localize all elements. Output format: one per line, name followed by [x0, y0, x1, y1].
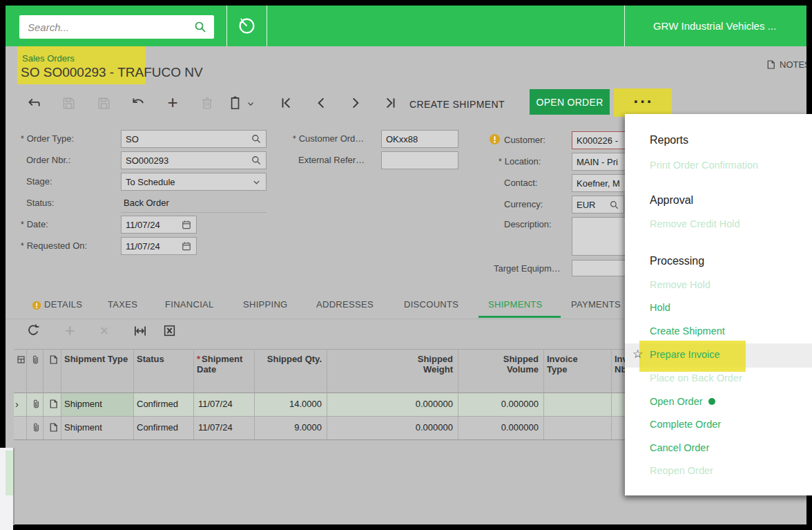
search-icon[interactable] — [193, 20, 207, 34]
cell-status[interactable]: Confirmed — [137, 392, 178, 416]
global-search[interactable] — [19, 15, 214, 39]
calendar-icon[interactable] — [181, 219, 192, 230]
col-header-shipment-type[interactable]: Shipment Type — [64, 354, 132, 364]
more-actions-button[interactable]: ... — [622, 87, 665, 115]
grid-fit-width-button[interactable] — [133, 323, 148, 339]
notes-button[interactable]: NOTES — [765, 57, 806, 71]
notes-label: NOTES — [780, 59, 806, 70]
menu-item-remove-credit-hold[interactable]: Remove Credit Hold — [650, 216, 740, 231]
delete-record-button[interactable] — [200, 95, 215, 111]
tenant-name[interactable]: GRW Industrial Vehicles ... — [624, 6, 805, 46]
col-header-invoice-type[interactable]: Invoice Type — [547, 354, 588, 375]
row-note-icon[interactable] — [48, 422, 59, 433]
menu-item-hold[interactable]: Hold — [650, 300, 670, 315]
cell-status[interactable]: Confirmed — [137, 416, 178, 439]
lookup-icon[interactable] — [609, 200, 619, 210]
external-reference-field[interactable] — [381, 151, 458, 169]
cell-shipped-weight[interactable]: 0.000000 — [391, 416, 453, 439]
tab-shipping[interactable]: SHIPPING — [243, 299, 288, 310]
customer-warning-icon — [489, 133, 501, 145]
cell-shipment-date[interactable]: 11/07/24 — [198, 392, 233, 416]
location-label: *Location: — [499, 153, 541, 171]
search-input[interactable] — [26, 21, 193, 34]
row-attachment-icon[interactable] — [30, 422, 42, 433]
cancel-undo-button[interactable] — [130, 95, 146, 111]
cell-shipment-date[interactable]: 11/07/24 — [198, 416, 233, 439]
cell-shipment-type[interactable]: Shipment — [64, 416, 102, 439]
currency-field[interactable]: EUR — [572, 196, 624, 214]
menu-item-cancel-order[interactable]: Cancel Order — [650, 440, 709, 455]
tab-details[interactable]: DETAILS — [44, 299, 82, 310]
menu-item-open-order[interactable]: Open Order — [650, 394, 715, 409]
cell-shipped-qty[interactable]: 9.0000 — [255, 416, 322, 439]
menu-item-print-order-confirmation[interactable]: Print Order Confirmation — [650, 158, 758, 173]
menu-item-complete-order[interactable]: Complete Order — [650, 417, 721, 432]
tab-discounts[interactable]: DISCOUNTS — [404, 299, 458, 310]
go-first-button[interactable] — [279, 95, 294, 111]
col-header-shipped-weight[interactable]: Shipped Weight — [405, 354, 453, 375]
menu-item-reopen-order[interactable]: Reopen Order — [650, 463, 713, 478]
stage-label: Stage: — [26, 173, 52, 191]
grid-export-excel-button[interactable] — [162, 323, 177, 339]
menu-item-place-on-back-order[interactable]: Place on Back Order — [650, 370, 742, 386]
active-tab-underline — [478, 316, 561, 318]
row-attachment-icon[interactable] — [30, 398, 42, 410]
customer-order-field[interactable]: OKxx88 — [381, 130, 458, 148]
cell-shipment-type[interactable]: Shipment — [64, 392, 102, 416]
screenshot-frame: GRW Industrial Vehicles ... Sales Orders… — [0, 0, 812, 530]
calendar-icon[interactable] — [181, 240, 192, 252]
top-bar: GRW Industrial Vehicles ... — [6, 6, 806, 46]
menu-item-remove-hold[interactable]: Remove Hold — [650, 277, 710, 292]
go-last-button[interactable] — [383, 95, 398, 111]
save-close-button[interactable] — [61, 95, 76, 111]
order-type-field[interactable]: SO — [121, 130, 267, 148]
go-previous-button[interactable] — [313, 95, 329, 111]
tab-financial[interactable]: FINANCIAL — [165, 299, 214, 310]
notes-column-icon — [48, 354, 59, 366]
col-header-status[interactable]: Status — [137, 354, 192, 364]
cell-shipped-volume[interactable]: 0.000000 — [476, 392, 539, 416]
business-date-clock-icon[interactable] — [238, 17, 256, 35]
contact-label: Contact: — [504, 174, 537, 192]
tab-payments[interactable]: PAYMENTS — [571, 299, 621, 310]
add-new-record-button[interactable]: + — [165, 95, 180, 111]
tab-shipments[interactable]: SHIPMENTS — [488, 299, 543, 310]
row-expander-icon[interactable]: › — [15, 392, 19, 416]
menu-item-create-shipment[interactable]: Create Shipment — [650, 323, 725, 339]
create-shipment-button[interactable]: CREATE SHIPMENT — [409, 99, 505, 110]
lookup-icon[interactable] — [251, 155, 262, 166]
menu-item-prepare-invoice[interactable]: Prepare Invoice — [650, 347, 720, 362]
col-header-shipped-qty[interactable]: Shipped Qty. — [255, 354, 322, 364]
grid-settings-icon[interactable] — [16, 354, 26, 365]
tab-taxes[interactable]: TAXES — [108, 299, 137, 310]
topbar-divider — [226, 6, 227, 46]
grid-add-row-button[interactable]: + — [62, 323, 77, 339]
col-separator — [26, 349, 27, 439]
cell-shipped-volume[interactable]: 0.000000 — [476, 416, 539, 439]
cell-shipped-weight[interactable]: 0.000000 — [391, 392, 453, 416]
grid-delete-row-button[interactable]: × — [97, 323, 112, 339]
back-button[interactable] — [26, 95, 41, 111]
save-button[interactable] — [96, 95, 111, 111]
order-nbr-field[interactable]: SO000293 — [121, 151, 267, 169]
grid-refresh-button[interactable] — [26, 323, 41, 339]
row-note-icon[interactable] — [48, 398, 59, 410]
breadcrumb[interactable]: Sales Orders — [22, 53, 75, 64]
lookup-icon[interactable] — [251, 133, 262, 144]
chevron-down-icon[interactable] — [251, 177, 262, 187]
favorite-star-icon[interactable]: ☆ — [632, 348, 643, 361]
go-next-button[interactable] — [348, 95, 363, 111]
date-field[interactable]: 11/07/24 — [121, 216, 197, 234]
stage-select[interactable]: To Schedule — [121, 173, 267, 191]
col-header-shipped-volume[interactable]: Shipped Volume — [490, 354, 539, 375]
copy-paste-button[interactable] — [227, 95, 242, 111]
col-header-shipment-date[interactable]: *Shipment Date — [197, 354, 246, 375]
customer-label: Customer: — [504, 131, 545, 149]
requested-on-field[interactable]: 11/07/24 — [121, 237, 197, 255]
cell-shipped-qty[interactable]: 14.0000 — [255, 392, 322, 416]
description-label: Description: — [504, 216, 552, 234]
copy-paste-chevron-icon[interactable] — [246, 99, 261, 114]
status-label: Status: — [26, 194, 54, 212]
open-order-button[interactable]: OPEN ORDER — [530, 89, 610, 115]
tab-addresses[interactable]: ADDRESSES — [316, 299, 374, 310]
